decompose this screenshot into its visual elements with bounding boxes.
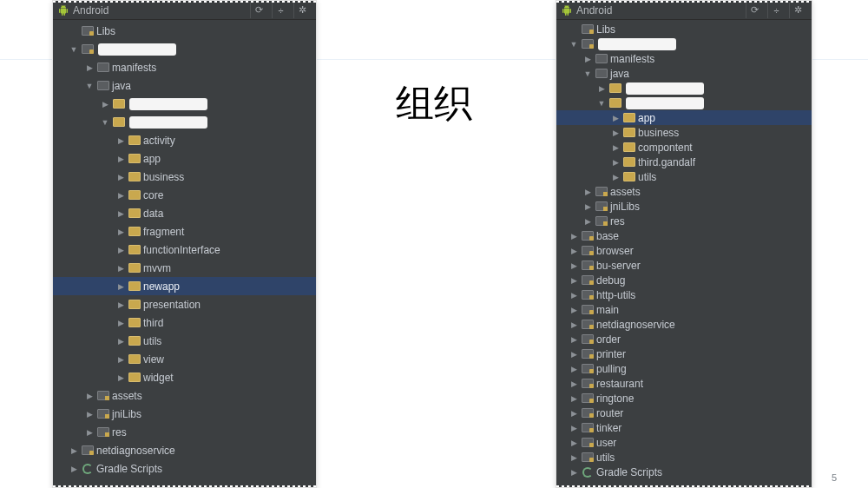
tree-row-netdiagnoservice[interactable]: ▶netdiagnoservice [53,441,316,459]
chevron-right-icon[interactable]: ▶ [569,420,579,436]
gear-icon[interactable]: ✲ [293,3,311,18]
tree-row-utils[interactable]: ▶utils [556,169,812,184]
chevron-right-icon[interactable]: ▶ [596,81,607,96]
chevron-right-icon[interactable]: ▶ [84,425,95,440]
collapse-icon[interactable]: ÷ [272,3,289,18]
chevron-right-icon[interactable]: ▶ [115,370,126,386]
chevron-right-icon[interactable]: ▶ [84,406,95,422]
tree-row-main[interactable]: ▶main [556,302,812,317]
project-tree[interactable]: Libs▼▶manifests▼java▶▼▶activity▶app▶busi… [53,20,316,483]
tree-row-browser[interactable]: ▶browser [556,243,812,258]
chevron-right-icon[interactable]: ▶ [569,406,579,421]
chevron-right-icon[interactable]: ▶ [610,155,621,170]
chevron-right-icon[interactable]: ▶ [569,302,579,318]
chevron-right-icon[interactable]: ▶ [115,224,126,240]
tree-row-jniLibs[interactable]: ▶jniLibs [53,405,316,423]
sync-icon[interactable]: ⟳ [746,3,763,18]
tree-row-debug[interactable]: ▶debug [556,273,812,287]
chevron-right-icon[interactable]: ▶ [569,287,579,303]
chevron-right-icon[interactable]: ▶ [115,333,126,349]
tree-row-Libs[interactable]: Libs [53,22,316,40]
tree-row-order[interactable]: ▶order [556,332,812,346]
chevron-right-icon[interactable]: ▶ [569,361,579,377]
chevron-right-icon[interactable]: ▶ [569,376,579,392]
chevron-down-icon[interactable]: ▼ [100,115,110,130]
tree-row-manifests[interactable]: ▶manifests [556,51,812,66]
tree-row-jniLibs[interactable]: ▶jniLibs [556,199,812,214]
chevron-right-icon[interactable]: ▶ [569,465,579,480]
tree-row-widget[interactable]: ▶widget [53,368,316,386]
tree-row-manifests[interactable]: ▶manifests [53,58,316,76]
tree-row-utils[interactable]: ▶utils [53,332,316,350]
chevron-right-icon[interactable]: ▶ [582,214,593,229]
tree-row-presentation[interactable]: ▶presentation [53,295,316,313]
chevron-down-icon[interactable]: ▼ [596,96,607,111]
chevron-right-icon[interactable]: ▶ [610,140,621,155]
tree-row-compontent[interactable]: ▶compontent [556,140,812,155]
chevron-right-icon[interactable]: ▶ [582,184,593,200]
tree-row-activity[interactable]: ▶activity [53,131,316,149]
collapse-icon[interactable]: ÷ [767,3,785,18]
tree-row-ringtone[interactable]: ▶ringtone [556,391,812,406]
chevron-down-icon[interactable]: ▼ [84,78,95,94]
tree-row-res[interactable]: ▶res [53,423,316,441]
tree-row-printer[interactable]: ▶printer [556,346,812,361]
tree-row-fragment[interactable]: ▶fragment [53,222,316,241]
tree-row-newapp[interactable]: ▶newapp [53,277,316,295]
tree-row-redacted[interactable]: ▶ [556,81,812,96]
chevron-right-icon[interactable]: ▶ [115,297,126,313]
chevron-right-icon[interactable]: ▶ [569,332,579,347]
chevron-right-icon[interactable]: ▶ [115,133,126,148]
chevron-right-icon[interactable]: ▶ [610,125,621,141]
panel-title[interactable]: Android [576,4,612,16]
tree-row-java[interactable]: ▼java [53,76,316,95]
tree-row-router[interactable]: ▶router [556,406,812,420]
tree-row-third[interactable]: ▶third [53,313,316,332]
tree-row-redacted[interactable]: ▶ [53,95,316,113]
chevron-right-icon[interactable]: ▶ [115,315,126,331]
tree-row-redacted[interactable]: ▼ [53,113,316,131]
chevron-right-icon[interactable]: ▶ [610,169,621,185]
chevron-right-icon[interactable]: ▶ [115,188,126,203]
chevron-right-icon[interactable]: ▶ [115,242,126,258]
tree-row-pulling[interactable]: ▶pulling [556,361,812,376]
chevron-right-icon[interactable]: ▶ [115,352,126,367]
chevron-right-icon[interactable]: ▶ [569,228,579,244]
tree-row-business[interactable]: ▶business [556,125,812,140]
tree-row-app[interactable]: ▶app [53,149,316,168]
tree-row-Libs[interactable]: Libs [556,22,812,36]
chevron-right-icon[interactable]: ▶ [115,206,126,221]
tree-row-app[interactable]: ▶app [556,110,812,125]
chevron-right-icon[interactable]: ▶ [569,258,579,274]
chevron-right-icon[interactable]: ▶ [582,199,593,214]
tree-row-res[interactable]: ▶res [556,214,812,228]
chevron-right-icon[interactable]: ▶ [84,388,95,404]
tree-row-core[interactable]: ▶core [53,186,316,204]
tree-row-java[interactable]: ▼java [556,66,812,81]
chevron-right-icon[interactable]: ▶ [115,169,126,185]
chevron-down-icon[interactable]: ▼ [69,42,79,57]
tree-row-assets[interactable]: ▶assets [556,184,812,199]
chevron-right-icon[interactable]: ▶ [569,346,579,362]
chevron-right-icon[interactable]: ▶ [569,450,579,465]
tree-row-bu-server[interactable]: ▶bu-server [556,258,812,273]
tree-row-netdiagnoservice[interactable]: ▶netdiagnoservice [556,317,812,332]
chevron-right-icon[interactable]: ▶ [100,96,110,112]
chevron-down-icon[interactable]: ▼ [569,36,579,52]
sync-icon[interactable]: ⟳ [250,3,267,18]
tree-row-user[interactable]: ▶user [556,435,812,450]
tree-row-mvvm[interactable]: ▶mvvm [53,259,316,277]
gear-icon[interactable]: ✲ [789,3,806,18]
tree-row-Gradle Scripts[interactable]: ▶Gradle Scripts [53,459,316,478]
chevron-right-icon[interactable]: ▶ [115,279,126,294]
tree-row-data[interactable]: ▶data [53,204,316,222]
tree-row-assets[interactable]: ▶assets [53,386,316,405]
tree-row-restaurant[interactable]: ▶restaurant [556,376,812,391]
chevron-right-icon[interactable]: ▶ [610,110,621,126]
tree-row-functionInterface[interactable]: ▶functionInterface [53,241,316,259]
tree-row-tinker[interactable]: ▶tinker [556,420,812,435]
tree-row-redacted[interactable]: ▼ [556,36,812,51]
tree-row-view[interactable]: ▶view [53,350,316,368]
chevron-right-icon[interactable]: ▶ [84,60,95,76]
chevron-right-icon[interactable]: ▶ [569,391,579,406]
